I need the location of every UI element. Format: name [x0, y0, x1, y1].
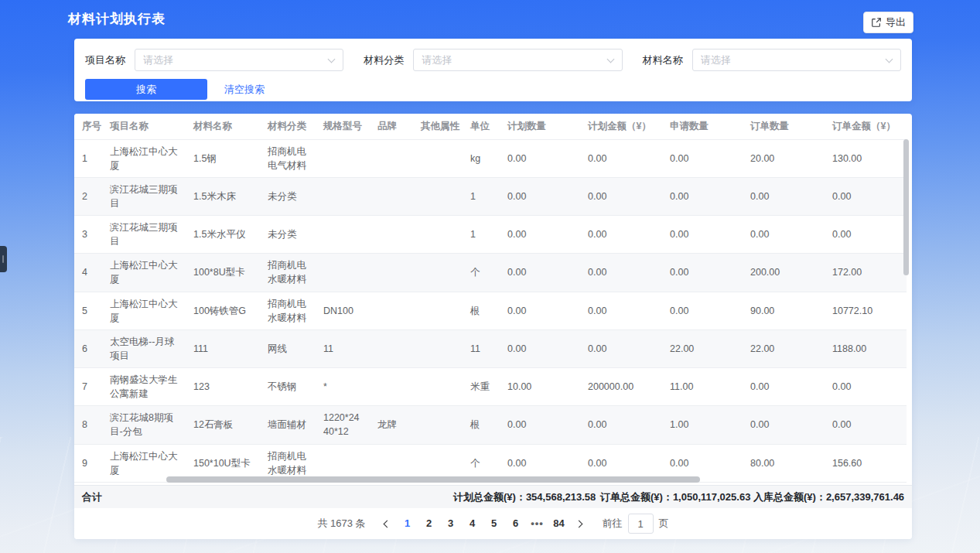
project-name-label: 项目名称 — [85, 53, 125, 67]
material-name-select[interactable]: 请选择 — [692, 49, 901, 71]
table-cell: 招商机电水暖材料 — [260, 292, 316, 329]
material-category-placeholder: 请选择 — [422, 53, 452, 67]
inbound-total-amount: 入库总金额(¥)：2,657,339,761.46 — [753, 490, 904, 504]
project-name-placeholder: 请选择 — [143, 53, 173, 67]
table-cell: 0.00 — [662, 216, 743, 254]
horizontal-scrollbar-thumb[interactable] — [166, 476, 700, 483]
table-cell — [316, 216, 370, 254]
table-cell: 1.00 — [662, 406, 743, 444]
table-cell: 0.00 — [580, 139, 662, 177]
table-cell: 90.00 — [743, 292, 825, 329]
page-number[interactable]: 4 — [462, 514, 483, 533]
table-row: 7南钢盛达大学生公寓新建123不锈钢*米重10.00200000.0011.00… — [74, 368, 907, 406]
table-cell: 11 — [316, 329, 370, 367]
table-cell: DN100 — [316, 292, 370, 329]
table-cell — [316, 177, 370, 215]
table-row: 8滨江花城8期项目-分包12石膏板墙面辅材1220*2440*12龙牌根0.00… — [74, 406, 907, 444]
column-header: 计划金额（¥） — [580, 114, 662, 139]
table-row: 1上海松江中心大厦1.5钢招商机电电气材料kg0.000.000.0020.00… — [74, 139, 907, 177]
table-cell — [370, 254, 413, 292]
table-cell: 22.00 — [743, 329, 825, 367]
sidebar-collapse-handle[interactable] — [0, 246, 7, 272]
table-cell: 11.00 — [662, 368, 743, 406]
table-cell — [316, 254, 370, 292]
table-cell: 未分类 — [260, 177, 316, 215]
table-cell — [413, 368, 463, 406]
goto-suffix: 页 — [659, 517, 669, 531]
table-cell: 滨江花城三期项目 — [102, 216, 186, 254]
table-cell: 太空电梯--月球项目 — [102, 329, 186, 367]
goto-page-input[interactable] — [628, 514, 654, 534]
table-cell: 1.5米木床 — [186, 177, 260, 215]
table-cell: 招商机电水暖材料 — [260, 254, 316, 292]
table-cell: 0.00 — [500, 254, 580, 292]
material-category-select[interactable]: 请选择 — [413, 49, 622, 71]
table-cell: 20.00 — [743, 139, 825, 177]
page-number[interactable]: 2 — [418, 514, 440, 533]
table-cell: 0.00 — [743, 368, 825, 406]
vertical-scrollbar-thumb[interactable] — [903, 139, 909, 275]
pager-ellipsis[interactable]: ••• — [527, 514, 548, 533]
table-cell: 网线 — [260, 329, 316, 367]
filter-panel: 项目名称 请选择 材料分类 请选择 材料名称 请选择 搜索 清空搜索 — [74, 39, 912, 101]
column-header: 其他属性 — [413, 114, 463, 139]
table-cell: 100*8U型卡 — [186, 254, 260, 292]
column-header: 计划数量 — [500, 114, 580, 139]
table-cell: 0.00 — [743, 216, 825, 254]
page-number[interactable]: 3 — [440, 514, 462, 533]
table-cell — [370, 292, 413, 329]
column-header: 项目名称 — [102, 114, 186, 139]
table-cell — [413, 177, 463, 215]
table-row: 5上海松江中心大厦100铸铁管G招商机电水暖材料DN100根0.000.000.… — [74, 292, 907, 329]
table-cell: 1.5钢 — [186, 139, 260, 177]
table-cell: 龙牌 — [370, 406, 413, 444]
column-header: 序号 — [74, 114, 102, 139]
table-cell: 1 — [74, 139, 102, 177]
table-cell: 0.00 — [580, 329, 662, 367]
total-count-text: 共 1673 条 — [317, 517, 365, 531]
summary-label: 合计 — [82, 490, 102, 504]
table-cell: * — [316, 368, 370, 406]
column-header: 订单数量 — [743, 114, 825, 139]
clear-search-link[interactable]: 清空搜索 — [224, 83, 265, 97]
table-cell — [413, 216, 463, 254]
table-cell: 0.00 — [743, 406, 825, 444]
table-cell: 100铸铁管G — [186, 292, 260, 329]
export-button[interactable]: 导出 — [863, 12, 913, 33]
table-cell: 10.00 — [500, 368, 580, 406]
table-row: 2滨江花城三期项目1.5米木床未分类10.000.000.000.000.00 — [74, 177, 907, 215]
page-number[interactable]: 6 — [505, 514, 527, 533]
table-scroll-area: 序号项目名称材料名称材料分类规格型号品牌其他属性单位计划数量计划金额（¥）申请数… — [74, 114, 912, 485]
goto-label: 前往 — [603, 517, 623, 531]
table-cell: 1.5米水平仪 — [186, 216, 260, 254]
next-page-button[interactable] — [570, 514, 589, 533]
table-cell: 3 — [74, 216, 102, 254]
table-cell: 滨江花城三期项目 — [102, 177, 186, 215]
page-number[interactable]: 1 — [397, 514, 418, 533]
table-cell: 172.00 — [825, 254, 907, 292]
table-cell: 123 — [186, 368, 260, 406]
table-cell: 0.00 — [662, 139, 743, 177]
prev-page-button[interactable] — [378, 514, 397, 533]
table-cell: 8 — [74, 406, 102, 444]
table-cell — [413, 254, 463, 292]
project-name-select[interactable]: 请选择 — [135, 49, 343, 71]
page-number[interactable]: 5 — [483, 514, 505, 533]
table-cell — [413, 329, 463, 367]
pager-pages: 123456•••84 — [397, 514, 570, 533]
table-cell: 0.00 — [580, 292, 662, 329]
search-button[interactable]: 搜索 — [85, 79, 207, 100]
table-cell: 0.00 — [825, 368, 907, 406]
column-header: 材料分类 — [260, 114, 316, 139]
table-cell: 根 — [463, 406, 500, 444]
page-number[interactable]: 84 — [548, 514, 570, 533]
table-cell — [413, 406, 463, 444]
table-cell: 4 — [74, 254, 102, 292]
table-cell: 80.00 — [743, 444, 825, 482]
table-row: 6太空电梯--月球项目111网线11110.000.0022.0022.0011… — [74, 329, 907, 367]
table-cell: 墙面辅材 — [260, 406, 316, 444]
table-cell: 130.00 — [825, 139, 907, 177]
column-header: 规格型号 — [316, 114, 370, 139]
chevron-down-icon — [886, 56, 893, 63]
table-cell: 南钢盛达大学生公寓新建 — [102, 368, 186, 406]
